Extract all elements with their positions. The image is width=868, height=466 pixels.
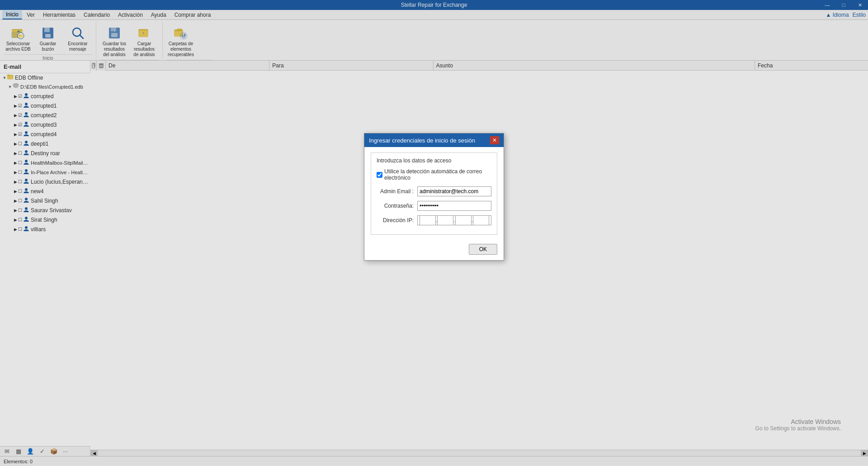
modal-title-bar: Ingresar credenciales de inicio de sesió… bbox=[364, 133, 504, 147]
ip-segment-2[interactable] bbox=[437, 215, 453, 225]
modal-body: Introduzca los datos de acceso Utilice l… bbox=[364, 147, 504, 240]
modal-footer: OK bbox=[364, 240, 504, 260]
modal-section-label: Introduzca los datos de acceso bbox=[377, 157, 491, 164]
auto-detect-checkbox[interactable] bbox=[377, 172, 382, 178]
modal-title: Ingresar credenciales de inicio de sesió… bbox=[369, 137, 475, 144]
login-modal: Ingresar credenciales de inicio de sesió… bbox=[364, 133, 504, 261]
ip-address-field: Dirección IP: . . . bbox=[377, 215, 491, 225]
password-field: Contraseña: bbox=[377, 201, 491, 211]
ip-segment-1[interactable] bbox=[420, 215, 436, 225]
ip-segment-4[interactable] bbox=[473, 215, 489, 225]
auto-detect-row: Utilice la detección automática de corre… bbox=[377, 168, 491, 181]
ok-button[interactable]: OK bbox=[469, 244, 497, 255]
modal-close-button[interactable]: ✕ bbox=[490, 136, 499, 144]
ip-address-label: Dirección IP: bbox=[377, 217, 417, 223]
password-label: Contraseña: bbox=[377, 203, 417, 209]
modal-overlay: Ingresar credenciales de inicio de sesió… bbox=[0, 0, 868, 466]
admin-email-input[interactable] bbox=[417, 186, 491, 196]
modal-content-area: Introduzca los datos de acceso Utilice l… bbox=[371, 152, 497, 235]
ip-segment-3[interactable] bbox=[455, 215, 472, 225]
password-input[interactable] bbox=[417, 201, 491, 211]
admin-email-field: Admin Email : bbox=[377, 186, 491, 196]
auto-detect-label: Utilice la detección automática de corre… bbox=[384, 168, 491, 181]
admin-email-label: Admin Email : bbox=[377, 188, 417, 195]
ip-address-input[interactable]: . . . bbox=[417, 215, 491, 225]
